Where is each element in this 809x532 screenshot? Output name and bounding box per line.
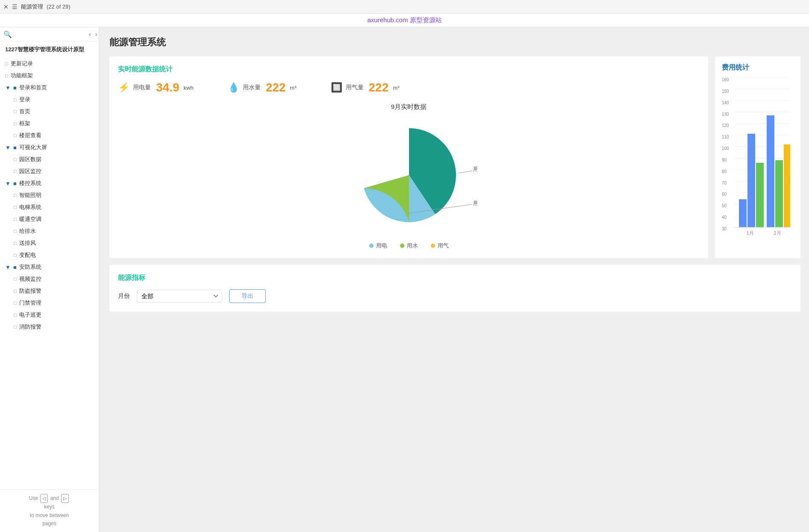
hint-move: to move between — [30, 512, 69, 518]
page-icon: □ — [14, 300, 17, 306]
y-label: 80 — [722, 169, 734, 174]
sidebar-item-fire-alarm[interactable]: □ 消防报警 — [0, 321, 99, 333]
sidebar-item-video-monitor[interactable]: □ 视频监控 — [0, 273, 99, 285]
legend-water: 用水 — [400, 242, 418, 250]
brand-text: axurehub.com 原型资源站 — [367, 16, 441, 24]
sidebar-item-label: 视频监控 — [19, 275, 41, 283]
bar-1-blue-static — [747, 134, 755, 227]
page-icon: □ — [5, 61, 8, 66]
sidebar-item-label: 框架 — [19, 120, 30, 127]
month-filter-select[interactable]: 全部 1月 2月 3月 4月 5月 6月 — [137, 290, 222, 303]
sidebar-group-building[interactable]: ▼ ■ 楼控系统 — [0, 177, 99, 189]
sidebar-item-feature-framework[interactable]: □ 功能框架 — [0, 70, 99, 82]
legend-label-gas: 用气 — [438, 242, 449, 250]
bar-1-green — [756, 163, 764, 227]
sidebar-group-visual[interactable]: ▼ ■ 可视化大屏 — [0, 141, 99, 153]
close-icon[interactable]: ✕ — [3, 3, 9, 10]
sidebar-group-security[interactable]: ▼ ■ 安防系统 — [0, 261, 99, 273]
sidebar-item-label: 门禁管理 — [19, 299, 41, 307]
sidebar-scroll-inner[interactable]: □ 更新记录 □ 功能框架 ▼ ■ 登录和首页 □ 登录 — [0, 58, 99, 489]
sidebar-item-smart-lighting[interactable]: □ 智能照明 — [0, 189, 99, 201]
sidebar-item-access-control[interactable]: □ 门禁管理 — [0, 297, 99, 309]
keyboard-hint: Use ◁ and ▷ keys to move between pages — [0, 489, 99, 532]
legend-label-elec: 用电 — [376, 242, 387, 250]
page-icon: □ — [14, 121, 17, 126]
energy-stats-row: ⚡ 用电量 34.9 kwh 💧 用水量 222 m³ — [118, 81, 700, 94]
sidebar-item-burglar-alarm[interactable]: □ 防盗报警 — [0, 285, 99, 297]
legend-dot-elec — [369, 244, 374, 248]
search-icon: 🔍 — [3, 30, 12, 38]
nav-prev-button[interactable]: ‹ — [87, 30, 93, 38]
sidebar-item-label: 楼层查看 — [19, 132, 41, 139]
sidebar-item-label: 电梯系统 — [19, 203, 41, 211]
y-label: 140 — [722, 100, 734, 105]
export-button[interactable]: 导出 — [229, 289, 266, 303]
expand-icon: ▼ — [5, 180, 11, 187]
electricity-icon: ⚡ — [118, 82, 129, 93]
y-label: 110 — [722, 135, 734, 139]
sidebar-item-label: 电子巡更 — [19, 311, 41, 319]
sidebar-item-update-log[interactable]: □ 更新记录 — [0, 58, 99, 70]
expand-icon: ▼ — [5, 264, 11, 270]
gas-icon: 🔲 — [331, 82, 342, 93]
sidebar-item-label: 暖通空调 — [19, 215, 41, 223]
electricity-label: 用电量 — [133, 84, 151, 91]
sidebar-item-label: 给排水 — [19, 227, 36, 235]
electricity-value: 34.9 — [156, 81, 179, 94]
sidebar-item-water-drain[interactable]: □ 给排水 — [0, 225, 99, 237]
y-label: 90 — [722, 158, 734, 162]
y-axis-labels: 160 150 140 130 120 110 100 90 80 70 60 … — [722, 77, 734, 231]
hint-key-right: ▷ — [61, 494, 69, 503]
legend-dot-water — [400, 244, 404, 248]
sidebar-item-park-monitor[interactable]: □ 园区监控 — [0, 165, 99, 177]
sidebar-item-home[interactable]: □ 首页 — [0, 106, 99, 118]
top-bar-count: (22 of 29) — [47, 3, 71, 10]
sidebar-item-label: 园区数据 — [19, 156, 41, 163]
sidebar-item-ventilation[interactable]: □ 送排风 — [0, 237, 99, 249]
pie-label-water: 用水 29.49% — [473, 200, 477, 206]
sidebar-item-power-distribution[interactable]: □ 变配电 — [0, 249, 99, 261]
sidebar-group-login[interactable]: ▼ ■ 登录和首页 — [0, 82, 99, 94]
content-row: 实时能源数据统计 ⚡ 用电量 34.9 kwh 💧 用水量 — [109, 56, 800, 258]
sidebar-item-hvac[interactable]: □ 暖通空调 — [0, 213, 99, 225]
legend-gas: 用气 — [431, 242, 449, 250]
sidebar-item-label: 园区监控 — [19, 168, 41, 175]
y-label: 100 — [722, 146, 734, 151]
gas-stat: 🔲 用气量 222 m³ — [331, 81, 400, 94]
sidebar-item-elevator[interactable]: □ 电梯系统 — [0, 201, 99, 213]
menu-icon[interactable]: ☰ — [12, 3, 18, 10]
fee-card: 费用统计 160 150 140 130 120 110 100 90 80 7… — [715, 56, 800, 258]
sidebar-item-label: 功能框架 — [11, 72, 33, 79]
hint-pages: pages — [42, 520, 56, 526]
sidebar: 🔍 ‹ › 1227智慧楼宇管理系统设计原型 □ 更新记录 □ 功能框架 — [0, 27, 99, 532]
page-icon: □ — [14, 109, 17, 114]
page-icon: □ — [14, 276, 17, 282]
energy-index-title: 能源指标 — [118, 273, 792, 282]
sidebar-item-login[interactable]: □ 登录 — [0, 94, 99, 106]
y-label: 120 — [722, 123, 734, 128]
folder-icon: ■ — [13, 180, 17, 187]
electricity-stat: ⚡ 用电量 34.9 kwh — [118, 81, 194, 94]
sidebar-item-floor-view[interactable]: □ 楼层查看 — [0, 129, 99, 141]
page-icon: □ — [14, 217, 17, 222]
sidebar-item-park-data[interactable]: □ 园区数据 — [0, 153, 99, 165]
project-title: 1227智慧楼宇管理系统设计原型 — [0, 41, 99, 58]
sidebar-group-label: 登录和首页 — [19, 84, 47, 91]
sidebar-group-label: 楼控系统 — [19, 179, 41, 187]
page-icon: □ — [14, 193, 17, 198]
sidebar-item-label: 更新记录 — [11, 60, 33, 68]
search-input[interactable] — [14, 31, 85, 38]
filter-row: 月份 全部 1月 2月 3月 4月 5月 6月 导出 — [118, 289, 792, 303]
fee-title: 费用统计 — [722, 63, 794, 72]
gas-value: 222 — [369, 81, 389, 94]
bar-chart: 160 150 140 130 120 110 100 90 80 70 60 … — [722, 77, 790, 241]
page-icon: □ — [14, 241, 17, 246]
sidebar-search-bar: 🔍 ‹ › — [0, 27, 99, 41]
legend-dot-gas — [431, 244, 435, 248]
water-icon: 💧 — [228, 82, 239, 93]
sidebar-item-framework[interactable]: □ 框架 — [0, 118, 99, 129]
water-stat: 💧 用水量 222 m³ — [228, 81, 297, 94]
nav-next-button[interactable]: › — [94, 30, 99, 38]
bar-chart-svg: 1月 2月 — [735, 77, 790, 240]
sidebar-item-patrol[interactable]: □ 电子巡更 — [0, 309, 99, 321]
